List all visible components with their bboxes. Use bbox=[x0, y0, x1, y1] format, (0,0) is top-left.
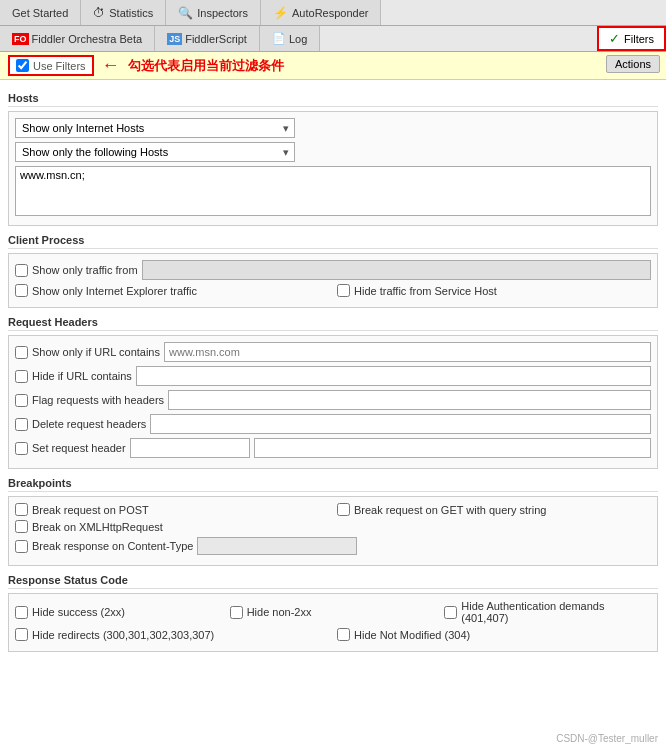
breakpoints-section: Break request on POST Break request on G… bbox=[8, 496, 658, 566]
ie-row: Show only Internet Explorer traffic Hide… bbox=[15, 284, 651, 297]
show-traffic-row: Show only traffic from bbox=[15, 260, 651, 280]
hosts-dropdown1[interactable]: Show only Internet Hosts Show all traffi… bbox=[15, 118, 295, 138]
fiddlerscript-label: FiddlerScript bbox=[185, 33, 247, 45]
use-filters-area[interactable]: Use Filters bbox=[8, 55, 94, 76]
hosts-textarea[interactable]: www.msn.cn; bbox=[15, 166, 651, 216]
annotation-text: 勾选代表启用当前过滤条件 bbox=[128, 57, 284, 75]
flag-headers-checkbox[interactable] bbox=[15, 394, 28, 407]
statistics-label: Statistics bbox=[109, 7, 153, 19]
hide-service-checkbox[interactable] bbox=[337, 284, 350, 297]
client-process-section: Show only traffic from Show only Interne… bbox=[8, 253, 658, 308]
hide-not-modified-checkbox[interactable] bbox=[337, 628, 350, 641]
tab-autoresponder[interactable]: ⚡ AutoResponder bbox=[261, 0, 381, 25]
hide-auth-checkbox[interactable] bbox=[444, 606, 457, 619]
orchestra-badge: FO bbox=[12, 33, 29, 45]
log-icon: 📄 bbox=[272, 32, 286, 45]
hide-success-checkbox[interactable] bbox=[15, 606, 28, 619]
hide-success-row: Hide success (2xx) bbox=[15, 606, 222, 619]
tab-inspectors[interactable]: 🔍 Inspectors bbox=[166, 0, 261, 25]
set-header-row: Set request header bbox=[15, 438, 651, 458]
response-status-section: Hide success (2xx) Hide non-2xx Hide Aut… bbox=[8, 593, 658, 652]
delete-headers-row: Delete request headers bbox=[15, 414, 651, 434]
delete-headers-checkbox[interactable] bbox=[15, 418, 28, 431]
response-status-label: Response Status Code bbox=[8, 574, 658, 589]
script-badge: JS bbox=[167, 33, 182, 45]
show-url-label: Show only if URL contains bbox=[32, 346, 160, 358]
break-post-label: Break request on POST bbox=[32, 504, 149, 516]
log-label: Log bbox=[289, 33, 307, 45]
hosts-dropdown1-wrapper[interactable]: Show only Internet Hosts Show all traffi… bbox=[15, 118, 295, 138]
hosts-section-label: Hosts bbox=[8, 92, 658, 107]
hide-success-label: Hide success (2xx) bbox=[32, 606, 125, 618]
note-bar: Use Filters ← 勾选代表启用当前过滤条件 Actions bbox=[0, 52, 666, 80]
autoresponder-label: AutoResponder bbox=[292, 7, 368, 19]
break-row1: Break request on POST Break request on G… bbox=[15, 503, 651, 516]
actions-button[interactable]: Actions bbox=[606, 55, 660, 73]
set-header-label: Set request header bbox=[32, 442, 126, 454]
request-headers-section: Show only if URL contains Hide if URL co… bbox=[8, 335, 658, 469]
show-traffic-checkbox[interactable] bbox=[15, 264, 28, 277]
break-xml-checkbox[interactable] bbox=[15, 520, 28, 533]
hide-url-label: Hide if URL contains bbox=[32, 370, 132, 382]
tab-log[interactable]: 📄 Log bbox=[260, 26, 320, 51]
flag-headers-label: Flag requests with headers bbox=[32, 394, 164, 406]
set-header-value-input[interactable] bbox=[254, 438, 651, 458]
get-started-label: Get Started bbox=[12, 7, 68, 19]
break-response-checkbox[interactable] bbox=[15, 540, 28, 553]
main-content: Hosts Show only Internet Hosts Show all … bbox=[0, 80, 666, 746]
hide-non2xx-row: Hide non-2xx bbox=[230, 606, 437, 619]
statistics-icon: ⏱ bbox=[93, 6, 105, 20]
request-headers-label: Request Headers bbox=[8, 316, 658, 331]
break-get-label: Break request on GET with query string bbox=[354, 504, 546, 516]
autoresponder-icon: ⚡ bbox=[273, 6, 288, 20]
hide-redirects-checkbox[interactable] bbox=[15, 628, 28, 641]
delete-headers-input[interactable] bbox=[150, 414, 651, 434]
hide-url-input[interactable] bbox=[136, 366, 651, 386]
break-post-checkbox[interactable] bbox=[15, 503, 28, 516]
traffic-from-dropdown[interactable] bbox=[142, 260, 651, 280]
hide-url-checkbox[interactable] bbox=[15, 370, 28, 383]
show-url-row: Show only if URL contains bbox=[15, 342, 651, 362]
show-traffic-label: Show only traffic from bbox=[32, 264, 138, 276]
hosts-dropdown2[interactable]: Show only the following Hosts Hide the f… bbox=[15, 142, 295, 162]
tab-orchestra[interactable]: FO Fiddler Orchestra Beta bbox=[0, 26, 155, 51]
hide-non2xx-checkbox[interactable] bbox=[230, 606, 243, 619]
annotation-arrow: ← bbox=[102, 55, 120, 76]
show-url-input[interactable] bbox=[164, 342, 651, 362]
filters-check-icon: ✓ bbox=[609, 31, 620, 46]
orchestra-label: Fiddler Orchestra Beta bbox=[32, 33, 143, 45]
hide-url-row: Hide if URL contains bbox=[15, 366, 651, 386]
inspectors-label: Inspectors bbox=[197, 7, 248, 19]
show-ie-row: Show only Internet Explorer traffic bbox=[15, 284, 329, 297]
filters-label: Filters bbox=[624, 33, 654, 45]
tab-fiddlerscript[interactable]: JS FiddlerScript bbox=[155, 26, 260, 51]
tab-statistics[interactable]: ⏱ Statistics bbox=[81, 0, 166, 25]
use-filters-checkbox[interactable] bbox=[16, 59, 29, 72]
status-row2: Hide redirects (300,301,302,303,307) Hid… bbox=[15, 628, 651, 641]
flag-headers-row: Flag requests with headers bbox=[15, 390, 651, 410]
hide-non2xx-label: Hide non-2xx bbox=[247, 606, 312, 618]
show-url-checkbox[interactable] bbox=[15, 346, 28, 359]
show-ie-checkbox[interactable] bbox=[15, 284, 28, 297]
tab-bar-second: FO Fiddler Orchestra Beta JS FiddlerScri… bbox=[0, 26, 666, 52]
break-response-input[interactable] bbox=[197, 537, 357, 555]
tab-bar-top: Get Started ⏱ Statistics 🔍 Inspectors ⚡ … bbox=[0, 0, 666, 26]
client-process-label: Client Process bbox=[8, 234, 658, 249]
tab-filters[interactable]: ✓ Filters bbox=[597, 26, 666, 51]
breakpoints-label: Breakpoints bbox=[8, 477, 658, 492]
set-header-checkbox[interactable] bbox=[15, 442, 28, 455]
hide-auth-row: Hide Authentication demands (401,407) bbox=[444, 600, 651, 624]
break-get-checkbox[interactable] bbox=[337, 503, 350, 516]
tab-get-started[interactable]: Get Started bbox=[0, 0, 81, 25]
hosts-section: Show only Internet Hosts Show all traffi… bbox=[8, 111, 658, 226]
hide-not-modified-label: Hide Not Modified (304) bbox=[354, 629, 470, 641]
hide-redirects-row: Hide redirects (300,301,302,303,307) bbox=[15, 628, 329, 641]
status-row1: Hide success (2xx) Hide non-2xx Hide Aut… bbox=[15, 600, 651, 624]
hosts-dropdown2-wrapper[interactable]: Show only the following Hosts Hide the f… bbox=[15, 142, 295, 162]
hide-redirects-label: Hide redirects (300,301,302,303,307) bbox=[32, 629, 214, 641]
hide-service-row: Hide traffic from Service Host bbox=[337, 284, 651, 297]
break-xml-row: Break on XMLHttpRequest bbox=[15, 520, 651, 533]
set-header-name-input[interactable] bbox=[130, 438, 250, 458]
flag-headers-input[interactable] bbox=[168, 390, 651, 410]
watermark: CSDN-@Tester_muller bbox=[556, 733, 658, 744]
